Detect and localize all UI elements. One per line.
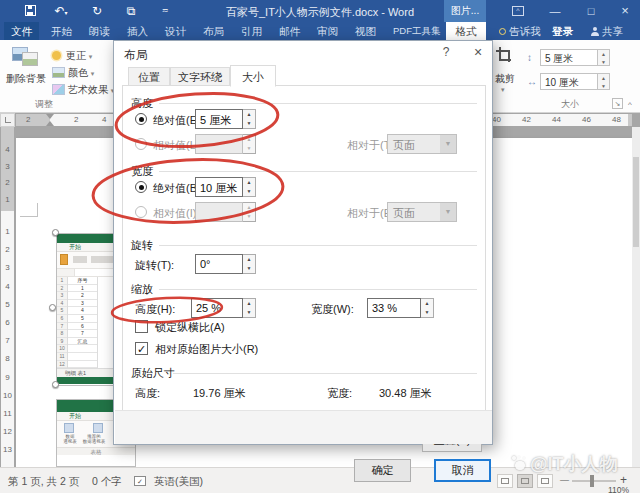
web-layout-icon[interactable] [537, 474, 553, 488]
excel-data-column: 序号1234567汇总 [68, 277, 98, 368]
zoom-level[interactable]: 110% [608, 485, 629, 493]
close-button[interactable]: × [610, 0, 640, 22]
tab-read-aloud[interactable]: 朗读 [82, 22, 117, 40]
tab-text-wrapping[interactable]: 文字环绕 [170, 67, 230, 86]
size-dialog-launcher-icon[interactable]: ↘ [612, 98, 623, 109]
ok-button[interactable]: 确定 [354, 459, 411, 482]
selection-handle[interactable] [52, 229, 59, 236]
shape-width-input[interactable]: 10 厘米 [540, 73, 598, 90]
width-absolute-radio[interactable] [135, 181, 147, 193]
cancel-button[interactable]: 取消 [434, 459, 491, 482]
remove-background-button[interactable]: 删除背景 [4, 44, 48, 100]
first-line-indent-marker[interactable] [46, 114, 54, 119]
dialog-close-button[interactable]: × [464, 41, 492, 63]
watermark: @IT小人物 [512, 452, 618, 476]
scale-height-input[interactable]: 25 % [191, 298, 243, 318]
sign-in-button[interactable]: 登录 [545, 22, 580, 40]
zoom-slider-thumb[interactable] [590, 475, 594, 487]
ribbon-tab-row: 文件 开始 朗读 插入 设计 布局 引用 邮件 审阅 视图 PDF工具集 保存到… [0, 22, 640, 40]
page-indicator[interactable]: 第 1 页, 共 2 页 [8, 475, 79, 489]
ruler-number: 2 [26, 115, 30, 124]
crop-button[interactable]: 裁剪 ▾ [488, 44, 524, 100]
width-absolute-input[interactable]: 10 厘米 [195, 177, 243, 197]
tab-stop-icon [5, 117, 11, 123]
scrollbar-thumb[interactable] [633, 157, 639, 247]
tab-view[interactable]: 视图 [348, 22, 383, 40]
rotation-input[interactable]: 0° [195, 254, 243, 274]
scale-section-label: 缩放 [131, 282, 153, 297]
tab-insert[interactable]: 插入 [120, 22, 155, 40]
dropdown-arrow-icon: ▼ [440, 135, 456, 153]
scale-width-stepper[interactable]: ▲▼ [421, 298, 434, 318]
rotation-stepper[interactable]: ▲▼ [243, 254, 256, 274]
shape-width-stepper[interactable]: ▲▼ [598, 73, 610, 90]
ruler-number: 44 [552, 115, 561, 124]
maximize-button[interactable]: □ [576, 0, 606, 22]
ruler-number: 7 [1, 336, 14, 354]
language-indicator[interactable]: 英语(美国) [154, 475, 203, 489]
tab-position[interactable]: 位置 [128, 67, 170, 86]
width-relative-radio[interactable] [135, 206, 147, 218]
shape-height-input[interactable]: 5 厘米 [540, 49, 598, 66]
crop-dropdown-arrow: ▾ [501, 86, 505, 94]
dialog-help-button[interactable]: ? [432, 41, 460, 63]
tab-home[interactable]: 开始 [44, 22, 79, 40]
shape-width-icon: ↔ [527, 76, 537, 87]
width-relative-stepper: ▲▼ [243, 202, 256, 222]
tab-pdf-tools[interactable]: PDF工具集 [386, 22, 448, 40]
dialog-footer [115, 410, 492, 444]
hanging-indent-marker[interactable] [46, 121, 54, 126]
height-absolute-radio[interactable] [135, 113, 147, 125]
tab-picture-format[interactable]: 格式 [446, 22, 486, 40]
relative-to-original-checkbox[interactable]: ✓ [135, 342, 148, 355]
ruler-number: 42 [522, 115, 531, 124]
zoom-slider[interactable] [572, 480, 616, 482]
read-mode-icon[interactable] [497, 474, 513, 488]
minimize-button[interactable]: — [540, 0, 570, 22]
selection-handle[interactable] [52, 381, 59, 388]
original-height-value: 19.76 厘米 [193, 386, 246, 401]
vertical-scrollbar[interactable] [632, 127, 640, 467]
color-button[interactable]: 颜色 ▾ [52, 66, 94, 80]
tab-size[interactable]: 大小 [230, 65, 276, 87]
crop-icon [496, 47, 512, 63]
ruler-number: 4 [1, 145, 14, 162]
tab-selector-box[interactable] [0, 113, 15, 127]
share-button[interactable]: 共享 [584, 22, 630, 40]
tab-layout[interactable]: 布局 [196, 22, 231, 40]
ruler-number: 8 [1, 354, 14, 372]
artistic-effects-button[interactable]: 艺术效果 ▾ [52, 83, 114, 97]
height-absolute-stepper[interactable]: ▲▼ [243, 109, 256, 129]
width-relative-to-combo: 页面▼ [387, 202, 457, 222]
ruler-margin-segment: 4321 [1, 127, 14, 211]
ruler-number: 6 [1, 318, 14, 336]
tab-mailings[interactable]: 邮件 [272, 22, 307, 40]
relative-to-original-label: 相对原始图片大小(R) [155, 342, 258, 357]
dropdown-arrow-icon: ▼ [440, 203, 456, 221]
collapse-ribbon-icon[interactable]: ^ [628, 100, 632, 109]
print-layout-icon[interactable] [517, 474, 533, 488]
ribbon-display-options-icon[interactable]: ^ [512, 6, 524, 16]
tab-design[interactable]: 设计 [158, 22, 193, 40]
selection-handle[interactable] [49, 304, 56, 311]
scale-height-stepper[interactable]: ▲▼ [243, 298, 256, 318]
lock-aspect-ratio-checkbox[interactable] [135, 320, 148, 333]
spellcheck-icon[interactable]: ✓ [134, 476, 146, 486]
shape-height-icon: ↕ [527, 52, 532, 63]
width-absolute-stepper[interactable]: ▲▼ [243, 177, 256, 197]
ruler-number: 9 [1, 373, 14, 391]
height-absolute-input[interactable]: 5 厘米 [195, 109, 243, 129]
ruler-number: 1 [1, 227, 14, 245]
height-relative-radio[interactable] [135, 138, 147, 150]
word-count[interactable]: 0 个字 [92, 475, 122, 489]
corrections-button[interactable]: 更正 ▾ [52, 49, 92, 63]
artistic-effects-icon [52, 84, 65, 95]
shape-height-stepper[interactable]: ▲▼ [598, 49, 610, 66]
tell-me-button[interactable]: 告诉我 [492, 22, 548, 40]
scale-width-input[interactable]: 33 % [367, 298, 421, 318]
tab-review[interactable]: 审阅 [310, 22, 345, 40]
vertical-ruler[interactable]: 4321 12345678910111213 [0, 127, 16, 467]
tab-file[interactable]: 文件 [4, 22, 39, 40]
tab-references[interactable]: 引用 [234, 22, 269, 40]
zoom-out-button[interactable]: — [560, 475, 569, 485]
